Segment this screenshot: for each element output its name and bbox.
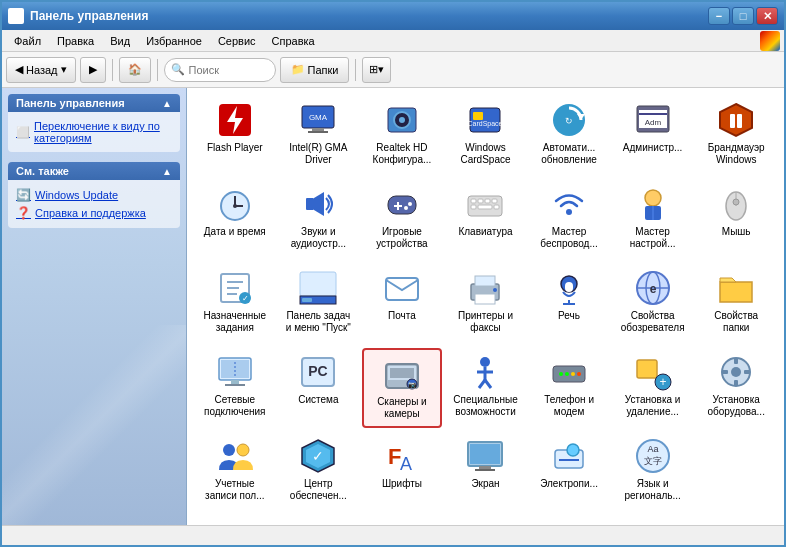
sound-icon (298, 184, 338, 224)
svg-rect-97 (734, 358, 738, 364)
status-bar (2, 525, 784, 545)
svg-rect-34 (471, 199, 476, 203)
icon-item-datetime[interactable]: Дата и время (195, 180, 275, 260)
sidebar-also-arrow: ▲ (162, 166, 172, 177)
icon-item-speech[interactable]: Речь (529, 264, 609, 344)
folders-label: Папки (308, 64, 339, 76)
icon-item-admin[interactable]: AdmАдминистр... (613, 96, 693, 176)
wizard-icon (633, 184, 673, 224)
access-icon (465, 352, 505, 392)
icon-label-users: Учетные записи пол... (199, 478, 271, 502)
icon-item-update[interactable]: ↻Автомати... обновление (529, 96, 609, 176)
back-button[interactable]: ◀ Назад ▾ (6, 57, 76, 83)
fonts-icon: FA (382, 436, 422, 476)
svg-text:Aa: Aa (647, 444, 658, 454)
sidebar-panel-content: ⬜ Переключение к виду по категориям (8, 112, 180, 152)
icon-item-lang[interactable]: Aa文字Язык и региональ... (613, 432, 693, 512)
svg-point-91 (577, 372, 581, 376)
search-box[interactable]: 🔍 (164, 58, 276, 82)
search-input[interactable] (189, 64, 269, 76)
sidebar-windows-update-link[interactable]: 🔄 Windows Update (16, 186, 172, 204)
icon-label-audio: Realtek HD Конфигура... (366, 142, 438, 166)
up-button[interactable]: 🏠 (119, 57, 151, 83)
icon-item-display[interactable]: Экран (446, 432, 526, 512)
folders-button[interactable]: 📁 Папки (280, 57, 350, 83)
icon-label-mouse: Мышь (722, 226, 751, 238)
svg-rect-63 (565, 282, 573, 292)
menu-view[interactable]: Вид (102, 33, 138, 49)
ieprops-icon: e (633, 268, 673, 308)
icon-item-taskbar[interactable]: Панель задач и меню "Пуск" (279, 264, 359, 344)
menu-file[interactable]: Файл (6, 33, 49, 49)
back-label: Назад (26, 64, 58, 76)
svg-rect-56 (302, 298, 312, 302)
svg-point-31 (408, 202, 412, 206)
windows-update-label: Windows Update (35, 189, 118, 201)
icon-item-tasks[interactable]: ✓Назначенные задания (195, 264, 275, 344)
icon-item-wizard[interactable]: Мастер настрой... (613, 180, 693, 260)
icon-item-folder[interactable]: Свойства папки (696, 264, 776, 344)
icon-item-power[interactable]: Электропи... (529, 432, 609, 512)
icon-item-mail[interactable]: Почта (362, 264, 442, 344)
toolbar-separator-1 (112, 59, 113, 81)
sidebar-help-link[interactable]: ❓ Справка и поддержка (16, 204, 172, 222)
back-arrow-icon: ◀ (15, 63, 23, 76)
icon-item-flash[interactable]: Flash Player (195, 96, 275, 176)
icon-item-firewall[interactable]: Брандмауэр Windows (696, 96, 776, 176)
icon-label-wizard: Мастер настрой... (617, 226, 689, 250)
icon-item-scanner[interactable]: 📷Сканеры и камеры (362, 348, 442, 428)
icon-item-mouse[interactable]: Мышь (696, 180, 776, 260)
icon-item-printer[interactable]: Принтеры и факсы (446, 264, 526, 344)
svg-rect-21 (737, 114, 742, 128)
menu-edit[interactable]: Правка (49, 33, 102, 49)
menu-favorites[interactable]: Избранное (138, 33, 210, 49)
system-icon: PC (298, 352, 338, 392)
icon-item-cards[interactable]: CardSpaceWindows CardSpace (446, 96, 526, 176)
svg-rect-92 (637, 360, 657, 378)
icon-item-hardware[interactable]: Установка оборудова... (696, 348, 776, 428)
security-icon: ✓ (298, 436, 338, 476)
icon-label-folder: Свойства папки (700, 310, 772, 334)
icon-item-monitor[interactable]: GMAIntel(R) GMA Driver (279, 96, 359, 176)
icon-label-admin: Администр... (623, 142, 683, 154)
icon-item-system[interactable]: PCСистема (279, 348, 359, 428)
menu-service[interactable]: Сервис (210, 33, 264, 49)
icon-item-security[interactable]: ✓Центр обеспечен... (279, 432, 359, 512)
icon-item-modem[interactable]: Телефон и модем (529, 348, 609, 428)
maximize-button[interactable]: □ (732, 7, 754, 25)
printer-icon (465, 268, 505, 308)
mail-icon (382, 268, 422, 308)
forward-button[interactable]: ▶ (80, 57, 106, 83)
svg-rect-72 (231, 380, 239, 384)
minimize-button[interactable]: − (708, 7, 730, 25)
icon-label-tasks: Назначенные задания (199, 310, 271, 334)
icon-item-keyboard[interactable]: Клавиатура (446, 180, 526, 260)
svg-rect-37 (492, 199, 497, 203)
svg-text:CardSpace: CardSpace (468, 120, 503, 128)
svg-text:文字: 文字 (644, 456, 662, 466)
taskbar-icon (298, 268, 338, 308)
icon-item-network[interactable]: Сетевые подключения (195, 348, 275, 428)
icon-label-scanner: Сканеры и камеры (368, 396, 436, 420)
icon-item-wireless[interactable]: Мастер беспровод... (529, 180, 609, 260)
sidebar-switch-link[interactable]: ⬜ Переключение к виду по категориям (16, 118, 172, 146)
icon-item-access[interactable]: Специальные возможности (446, 348, 526, 428)
close-button[interactable]: ✕ (756, 7, 778, 25)
icon-item-users[interactable]: Учетные записи пол... (195, 432, 275, 512)
icon-item-fonts[interactable]: FAШрифты (362, 432, 442, 512)
svg-rect-40 (494, 205, 499, 209)
view-icon: ⊞▾ (369, 63, 384, 76)
svg-point-88 (559, 372, 563, 376)
icon-item-addremove[interactable]: +Установка и удаление... (613, 348, 693, 428)
view-button[interactable]: ⊞▾ (362, 57, 391, 83)
menu-help[interactable]: Справка (264, 33, 323, 49)
icon-item-gamepad[interactable]: Игровые устройства (362, 180, 442, 260)
icon-item-ieprops[interactable]: eСвойства обозревателя (613, 264, 693, 344)
icon-label-ieprops: Свойства обозревателя (617, 310, 689, 334)
icon-item-sound[interactable]: Звуки и аудиоустр... (279, 180, 359, 260)
icon-label-system: Система (298, 394, 338, 406)
svg-rect-4 (308, 131, 328, 133)
svg-rect-59 (475, 276, 495, 286)
icon-item-audio[interactable]: Realtek HD Конфигура... (362, 96, 442, 176)
svg-point-41 (566, 209, 572, 215)
